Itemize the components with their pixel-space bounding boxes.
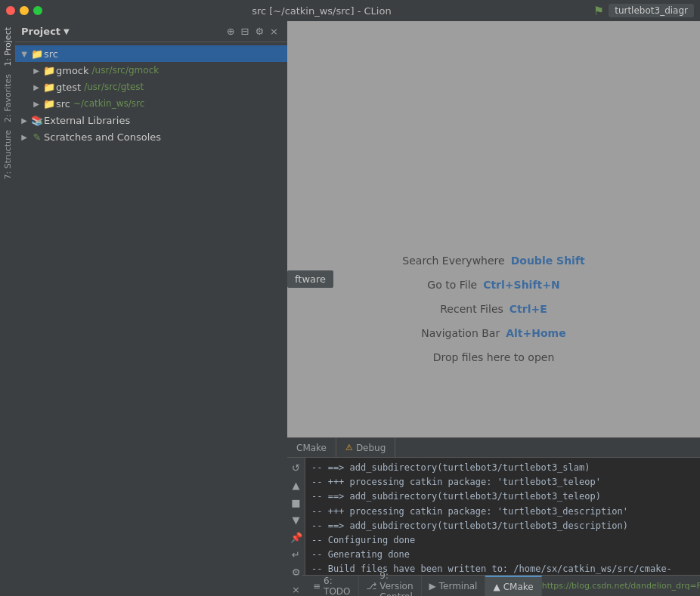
footer-tab-terminal-label: Terminal bbox=[439, 581, 478, 591]
panel-title-label: Project bbox=[21, 26, 60, 37]
wrap-icon[interactable]: ↵ bbox=[290, 548, 302, 562]
tree-sublabel-src-child: ~/catkin_ws/src bbox=[73, 98, 144, 109]
warning-icon: ⚠ bbox=[345, 443, 353, 452]
folder-icon-gmock: 📁 bbox=[42, 65, 56, 76]
close-button[interactable] bbox=[6, 6, 15, 15]
footer-tab-cmake-label: CMake bbox=[503, 582, 534, 592]
tree-arrow-gmock: ▶ bbox=[30, 66, 42, 75]
console-line-2: -- ==> add_subdirectory(turtlebot3/turtl… bbox=[311, 489, 694, 504]
tab-cmake[interactable]: CMake bbox=[287, 438, 336, 457]
project-panel: Project ▼ ⊕ ⊟ ⚙ × ▼ 📁 src ▶ 📁 gmock /usr… bbox=[15, 21, 287, 596]
tree-item-scratches[interactable]: ▶ ✎ Scratches and Consoles bbox=[15, 128, 287, 145]
footer-tabs: ≡ 6: TODO ⎇ 9: Version Control ▶ Termina… bbox=[302, 575, 700, 596]
minimize-button[interactable] bbox=[20, 6, 29, 15]
bottom-console: CMake ⚠ Debug ↺ ▲ ■ ▼ 📌 ↵ ⚙ × bbox=[287, 437, 700, 596]
footer-tab-vcs-label: 9: Version Control bbox=[379, 570, 413, 597]
tree-item-gmock[interactable]: ▶ 📁 gmock /usr/src/gmock bbox=[15, 62, 287, 79]
tree-item-src-root[interactable]: ▼ 📁 src bbox=[15, 45, 287, 62]
title-right: ⚑ turtlebot3_diagr bbox=[593, 4, 694, 18]
git-icon: ⚑ bbox=[593, 4, 604, 18]
folder-icon-gtest: 📁 bbox=[42, 82, 56, 93]
footer-status-url: https://blog.csdn.net/dandelion_drq=FF77… bbox=[542, 581, 700, 591]
hint-label-nav: Navigation Bar bbox=[421, 327, 500, 339]
hint-search-everywhere: Search Everywhere Double Shift bbox=[402, 255, 584, 267]
rerun-icon[interactable]: ↺ bbox=[290, 461, 302, 475]
tree-arrow-scratch: ▶ bbox=[18, 133, 30, 141]
console-line-5: -- Configuring done bbox=[311, 533, 694, 548]
todo-icon: ≡ bbox=[313, 581, 321, 591]
close-panel-icon[interactable]: × bbox=[267, 24, 281, 39]
tab-debug[interactable]: ⚠ Debug bbox=[336, 438, 395, 457]
up-icon[interactable]: ▲ bbox=[291, 478, 302, 493]
tab-debug-label: Debug bbox=[356, 443, 386, 453]
panel-title: Project ▼ bbox=[21, 26, 70, 37]
hint-shortcut-goto: Ctrl+Shift+N bbox=[483, 279, 559, 291]
add-icon[interactable]: ⊕ bbox=[224, 24, 238, 39]
hint-recent-files: Recent Files Ctrl+E bbox=[440, 303, 547, 315]
tree-label-gmock: gmock bbox=[56, 65, 89, 76]
editor-area: Search Everywhere Double Shift Go to Fil… bbox=[287, 21, 700, 596]
console-line-3: -- +++ processing catkin package: 'turtl… bbox=[311, 505, 694, 519]
tree-arrow-src: ▼ bbox=[18, 50, 30, 58]
tree-sublabel-gmock: /usr/src/gmock bbox=[92, 65, 160, 76]
hint-goto-file: Go to File Ctrl+Shift+N bbox=[427, 279, 559, 291]
hint-drop-files: Drop files here to open bbox=[433, 351, 555, 363]
scope-icon[interactable]: ⊟ bbox=[238, 24, 252, 39]
console-line-6: -- Generating done bbox=[311, 548, 694, 562]
hint-shortcut-search: Double Shift bbox=[511, 255, 585, 267]
tab-cmake-label: CMake bbox=[296, 443, 327, 453]
tree-arrow-src-child: ▶ bbox=[30, 100, 42, 108]
tree-label-src-child: src bbox=[56, 98, 70, 110]
hint-shortcut-recent: Ctrl+E bbox=[510, 303, 547, 315]
panel-dropdown-arrow[interactable]: ▼ bbox=[63, 27, 70, 36]
hint-nav-bar: Navigation Bar Alt+Home bbox=[421, 327, 565, 339]
tree-arrow-ext: ▶ bbox=[18, 116, 30, 125]
hint-label-drop: Drop files here to open bbox=[433, 351, 555, 363]
footer-tab-cmake[interactable]: ▲ CMake bbox=[485, 576, 541, 596]
down-icon[interactable]: ▼ bbox=[291, 513, 302, 527]
panel-header: Project ▼ ⊕ ⊟ ⚙ × bbox=[15, 21, 287, 42]
window-title: src [~/catkin_ws/src] - CLion bbox=[50, 5, 593, 17]
pin-icon[interactable]: 📌 bbox=[289, 530, 304, 545]
hint-label-recent: Recent Files bbox=[440, 303, 503, 315]
settings-console-icon[interactable]: ⚙ bbox=[290, 565, 302, 579]
window-controls bbox=[6, 6, 42, 15]
settings-icon[interactable]: ⚙ bbox=[252, 24, 267, 39]
footer-tab-todo[interactable]: ≡ 6: TODO bbox=[305, 576, 359, 596]
footer-tab-vcs[interactable]: ⎇ 9: Version Control bbox=[359, 576, 422, 596]
sidebar-item-structure[interactable]: 7: Structure bbox=[2, 127, 14, 182]
terminal-icon: ▶ bbox=[429, 581, 436, 591]
library-icon: 📚 bbox=[30, 115, 44, 126]
project-tree: ▼ 📁 src ▶ 📁 gmock /usr/src/gmock ▶ 📁 gte… bbox=[15, 42, 287, 596]
tree-arrow-gtest: ▶ bbox=[30, 83, 42, 91]
folder-icon-src-child: 📁 bbox=[42, 98, 56, 110]
scratch-icon: ✎ bbox=[30, 131, 44, 143]
tree-sublabel-gtest: /usr/src/gtest bbox=[84, 82, 144, 92]
console-line-4: -- ==> add_subdirectory(turtlebot3/turtl… bbox=[311, 519, 694, 533]
close-console-icon[interactable]: × bbox=[290, 582, 302, 596]
tree-item-external-libs[interactable]: ▶ 📚 External Libraries bbox=[15, 112, 287, 128]
tree-label-ext-libs: External Libraries bbox=[44, 115, 130, 126]
stop-icon[interactable]: ■ bbox=[290, 496, 302, 510]
folder-icon-src: 📁 bbox=[30, 48, 44, 60]
footer-tab-terminal[interactable]: ▶ Terminal bbox=[422, 576, 486, 596]
console-line-1: -- +++ processing catkin package: 'turtl… bbox=[311, 475, 694, 489]
cmake-footer-icon: ▲ bbox=[493, 582, 500, 592]
footer-tab-todo-label: 6: TODO bbox=[324, 576, 350, 597]
tab-breadcrumb[interactable]: turtlebot3_diagr bbox=[609, 4, 694, 17]
tree-label-src: src bbox=[44, 48, 58, 60]
sidebar-item-project[interactable]: 1: Project bbox=[2, 24, 14, 69]
vcs-icon: ⎇ bbox=[367, 581, 377, 591]
hint-shortcut-nav: Alt+Home bbox=[506, 327, 565, 339]
tree-label-gtest: gtest bbox=[56, 82, 81, 93]
hint-label-search: Search Everywhere bbox=[402, 255, 504, 267]
console-tabs: CMake ⚠ Debug bbox=[287, 438, 700, 458]
tree-item-gtest[interactable]: ▶ 📁 gtest /usr/src/gtest bbox=[15, 79, 287, 95]
titlebar: src [~/catkin_ws/src] - CLion ⚑ turtlebo… bbox=[0, 0, 700, 21]
hint-label-goto: Go to File bbox=[427, 279, 477, 291]
main-layout: 1: Project 2: Favorites 7: Structure Pro… bbox=[0, 21, 700, 596]
tree-item-src-child[interactable]: ▶ 📁 src ~/catkin_ws/src bbox=[15, 95, 287, 112]
maximize-button[interactable] bbox=[33, 6, 42, 15]
tree-label-scratches: Scratches and Consoles bbox=[44, 131, 161, 143]
sidebar-item-favorites[interactable]: 2: Favorites bbox=[2, 71, 14, 125]
